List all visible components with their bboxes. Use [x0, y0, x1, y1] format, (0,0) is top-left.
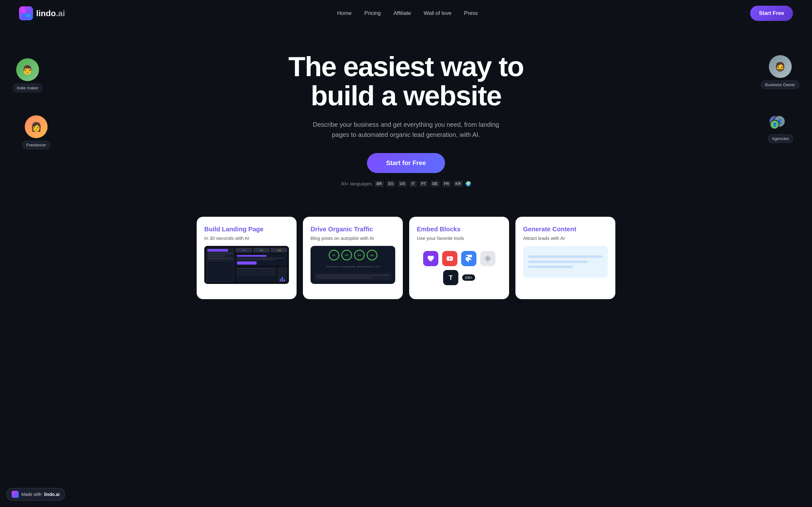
svg-rect-0: [22, 9, 26, 13]
persona-agencies: 👤 👤 👤 Agencies: [768, 115, 793, 143]
feature-embed-subtitle: Use your favorite tools: [417, 235, 502, 241]
lang-kr: KR: [454, 181, 463, 187]
feature-embed-title: Embed Blocks: [417, 226, 502, 233]
start-free-button[interactable]: Start Free: [750, 6, 793, 21]
lang-br: BR: [374, 181, 384, 187]
feature-traffic-title: Drive Organic Traffic: [310, 226, 395, 233]
hero-cta-button[interactable]: Start for Free: [367, 153, 445, 173]
hero-headline: The easiest way to build a website: [288, 52, 524, 111]
svg-rect-2: [22, 14, 26, 17]
feature-card-generate: Generate Content Attract leads with AI: [515, 217, 615, 299]
nav-press[interactable]: Press: [464, 10, 478, 16]
navbar: lindo.ai Home Pricing Affiliate Wall of …: [0, 0, 812, 26]
logo-icon: [19, 6, 33, 20]
logo-text: lindo.ai: [36, 9, 65, 18]
feature-landing-subtitle: In 30 seconds with AI: [204, 235, 289, 241]
indie-label: Indie maker: [13, 83, 43, 92]
made-with-text: Made with: [21, 492, 42, 497]
feature-card-embed: Embed Blocks Use your favorite tools T 1…: [409, 217, 509, 299]
hero-section: 👨 Indie maker 👩 Freelancer 🧔 Business Ow…: [0, 26, 812, 210]
embed-count-badge: 100+: [462, 274, 475, 281]
nav-affiliate[interactable]: Affiliate: [393, 10, 411, 16]
agencies-label: Agencies: [768, 134, 793, 143]
embed-icon-snow: [480, 251, 496, 266]
embed-icon-youtube: [442, 251, 457, 266]
lang-pt: PT: [419, 181, 428, 187]
svg-rect-1: [26, 9, 30, 13]
nav-wall-of-love[interactable]: Wall of love: [424, 10, 451, 16]
business-avatar: 🧔: [769, 55, 792, 78]
svg-rect-3: [26, 14, 30, 17]
feature-landing-title: Build Landing Page: [204, 226, 289, 233]
persona-business: 🧔 Business Owner: [761, 55, 799, 89]
persona-freelancer: 👩 Freelancer: [22, 115, 50, 149]
freelancer-label: Freelancer: [22, 141, 50, 149]
lang-es: ES: [386, 181, 395, 187]
nav-home[interactable]: Home: [337, 10, 351, 16]
globe-icon: 🌍: [465, 181, 471, 187]
languages-line: 30+ languages BR ES US IT PT DE FR KR 🌍: [341, 181, 471, 187]
made-with-brand: lindo.ai: [44, 492, 60, 497]
business-label: Business Owner: [761, 80, 799, 89]
embed-icon-heart: [423, 251, 438, 266]
made-with-badge[interactable]: Made with lindo.ai: [6, 488, 65, 501]
hero-subtitle: Describe your business and get everythin…: [305, 119, 507, 140]
lang-de: DE: [430, 181, 440, 187]
lang-it: IT: [409, 181, 417, 187]
lang-fr: FR: [442, 181, 451, 187]
feature-generate-title: Generate Content: [523, 226, 608, 233]
embed-icon-framer: [461, 251, 476, 266]
feature-card-landing: Build Landing Page In 30 seconds with AI…: [197, 217, 297, 299]
landing-preview: 95% 30% 7.6M: [204, 246, 289, 284]
feature-traffic-subtitle: Blog posts on autopilot with AI: [310, 235, 395, 241]
made-with-logo-icon: [12, 491, 19, 498]
freelancer-avatar: 👩: [25, 115, 48, 138]
embed-icons-preview: T 100+: [417, 246, 502, 290]
nav-pricing[interactable]: Pricing: [364, 10, 380, 16]
indie-avatar: 👨: [16, 58, 39, 81]
features-section: Build Landing Page In 30 seconds with AI…: [184, 210, 628, 318]
embed-icon-t: T: [443, 270, 458, 285]
lang-us: US: [398, 181, 407, 187]
nav-links: Home Pricing Affiliate Wall of love Pres…: [337, 10, 478, 16]
logo[interactable]: lindo.ai: [19, 6, 65, 20]
feature-card-traffic: Drive Organic Traffic Blog posts on auto…: [303, 217, 403, 299]
feature-generate-subtitle: Attract leads with AI: [523, 235, 608, 241]
persona-indie: 👨 Indie maker: [13, 58, 43, 92]
